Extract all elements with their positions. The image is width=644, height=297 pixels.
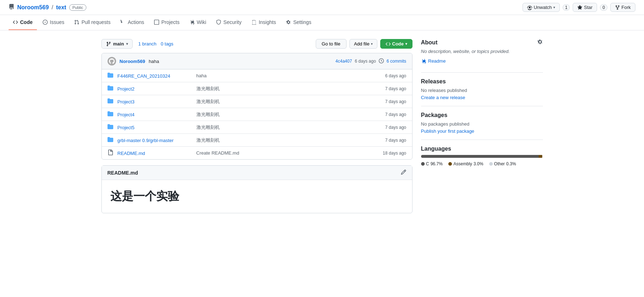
tab-issues[interactable]: Issues — [38, 15, 68, 30]
lang-legend: C 96.7% Assembly 3.0% Other 0.3% — [421, 161, 543, 166]
tab-insights[interactable]: Insights — [247, 15, 280, 30]
file-name: Project3 — [118, 99, 196, 104]
star-button[interactable]: Star — [573, 3, 597, 12]
sidebar-divider — [421, 72, 543, 73]
repo-name[interactable]: text — [56, 4, 66, 11]
file-name: README.md — [118, 150, 196, 156]
repo-owner[interactable]: Noroom569 — [17, 4, 49, 11]
file-row: Project3 激光雕刻机 7 days ago — [102, 95, 412, 108]
readme-heading: 这是一个实验 — [110, 190, 179, 203]
commit-author[interactable]: Noroom569 — [120, 59, 146, 64]
tab-code[interactable]: Code — [9, 15, 37, 30]
packages-none: No packages published — [421, 121, 543, 127]
branch-bar-left: main ▾ 1 branch 0 tags — [101, 39, 173, 49]
readme-link-label: Readme — [428, 58, 446, 64]
nav-tabs: Code Issues Pull requests Actions Projec… — [0, 15, 644, 30]
sidebar-divider-3 — [421, 140, 543, 140]
releases-title: Releases — [421, 78, 543, 85]
code-btn-label: Code — [392, 41, 404, 47]
file-commit: 激光雕刻机 — [196, 124, 385, 131]
file-table: Noroom569 haha 4c4a407 6 days ago 6 comm… — [101, 53, 412, 160]
lang-percent-c: 96.7% — [430, 161, 443, 166]
file-row: grbl-master 0.9/grbl-master 激光雕刻机 7 days… — [102, 134, 412, 147]
branch-bar-right: Go to file Add file ▾ Code ▾ — [316, 39, 412, 49]
watch-chevron: ▾ — [553, 5, 555, 9]
tab-security[interactable]: Security — [212, 15, 246, 30]
packages-title: Packages — [421, 112, 543, 118]
lang-item-other: Other 0.3% — [489, 161, 516, 166]
watch-label: Unwatch — [534, 5, 552, 10]
lang-name-other: Other — [494, 161, 505, 166]
file-name: Project2 — [118, 86, 196, 92]
branch-count-link[interactable]: 1 branch — [138, 41, 157, 47]
file-time: 6 days ago — [385, 73, 406, 78]
languages-title: Languages — [421, 146, 543, 152]
tag-count-link[interactable]: 0 tags — [161, 41, 173, 47]
tab-settings[interactable]: Settings — [282, 15, 316, 30]
tab-actions-label: Actions — [128, 19, 144, 25]
file-time: 7 days ago — [385, 112, 406, 117]
publish-package-link[interactable]: Publish your first package — [421, 128, 474, 134]
lang-dot-asm — [448, 162, 452, 166]
top-actions: Unwatch ▾ 1 Star 0 Fork — [523, 3, 635, 12]
readme-section: README.md 这是一个实验 — [101, 165, 412, 213]
create-release-link[interactable]: Create a new release — [421, 95, 466, 100]
lang-name-c: C — [426, 161, 429, 166]
add-file-button[interactable]: Add file ▾ — [349, 39, 377, 49]
folder-icon — [108, 111, 115, 118]
code-button[interactable]: Code ▾ — [380, 39, 412, 49]
file-row: Project5 激光雕刻机 7 days ago — [102, 121, 412, 134]
tab-actions[interactable]: Actions — [116, 15, 148, 30]
commits-count-link[interactable]: 6 commits — [387, 59, 406, 64]
tab-projects[interactable]: Projects — [150, 15, 184, 30]
packages-section: Packages No packages published Publish y… — [421, 112, 543, 134]
code-chevron: ▾ — [405, 42, 407, 46]
folder-icon — [108, 85, 115, 92]
edit-icon[interactable] — [401, 169, 406, 176]
repo-icon — [9, 4, 14, 11]
commits-clock-icon — [379, 58, 384, 64]
separator: / — [52, 4, 53, 11]
commit-hash[interactable]: 4c4a407 — [335, 59, 352, 64]
folder-icon — [108, 124, 115, 131]
file-time: 7 days ago — [385, 86, 406, 91]
file-row: Project4 激光雕刻机 7 days ago — [102, 108, 412, 121]
latest-commit-row: Noroom569 haha 4c4a407 6 days ago 6 comm… — [102, 53, 412, 69]
file-row: F446RE_CAN_20210324 haha 6 days ago — [102, 69, 412, 82]
file-time: 18 days ago — [383, 151, 406, 156]
lang-name-asm: Assembly — [453, 161, 472, 166]
tab-issues-label: Issues — [50, 19, 64, 25]
readme-link[interactable]: Readme — [421, 58, 543, 64]
file-name: grbl-master 0.9/grbl-master — [118, 137, 196, 143]
tab-pull-requests[interactable]: Pull requests — [70, 15, 115, 30]
commit-time: 6 days ago — [355, 59, 376, 64]
file-commit: 激光雕刻机 — [196, 98, 385, 105]
gear-icon[interactable] — [537, 39, 543, 46]
file-commit: haha — [196, 73, 385, 78]
tab-insights-label: Insights — [259, 19, 276, 25]
about-section: About No description, website, or topics… — [421, 39, 543, 64]
file-name: Project4 — [118, 112, 196, 117]
tab-code-label: Code — [20, 19, 33, 25]
go-to-file-button[interactable]: Go to file — [316, 39, 347, 49]
sidebar: About No description, website, or topics… — [421, 39, 543, 213]
repo-title: Noroom569 / text Public — [9, 4, 86, 11]
tab-projects-label: Projects — [161, 19, 180, 25]
branch-selector[interactable]: main ▾ — [101, 39, 133, 49]
lang-bar-c — [421, 155, 539, 158]
tab-wiki[interactable]: Wiki — [185, 15, 210, 30]
folder-icon — [108, 72, 115, 79]
lang-dot-other — [489, 162, 493, 166]
star-label: Star — [584, 5, 592, 10]
watch-button[interactable]: Unwatch ▾ — [523, 3, 560, 12]
file-row: README.md Create README.md 18 days ago — [102, 147, 412, 159]
readme-content: 这是一个实验 — [102, 180, 412, 213]
file-icon — [108, 150, 115, 156]
about-header: About — [421, 39, 543, 46]
lang-bar-asm — [539, 155, 542, 158]
file-row: Project2 激光雕刻机 7 days ago — [102, 82, 412, 95]
fork-button[interactable]: Fork — [610, 3, 635, 12]
file-time: 7 days ago — [385, 99, 406, 104]
releases-section: Releases No releases published Create a … — [421, 78, 543, 100]
top-bar: Noroom569 / text Public Unwatch ▾ 1 Star… — [0, 0, 644, 15]
